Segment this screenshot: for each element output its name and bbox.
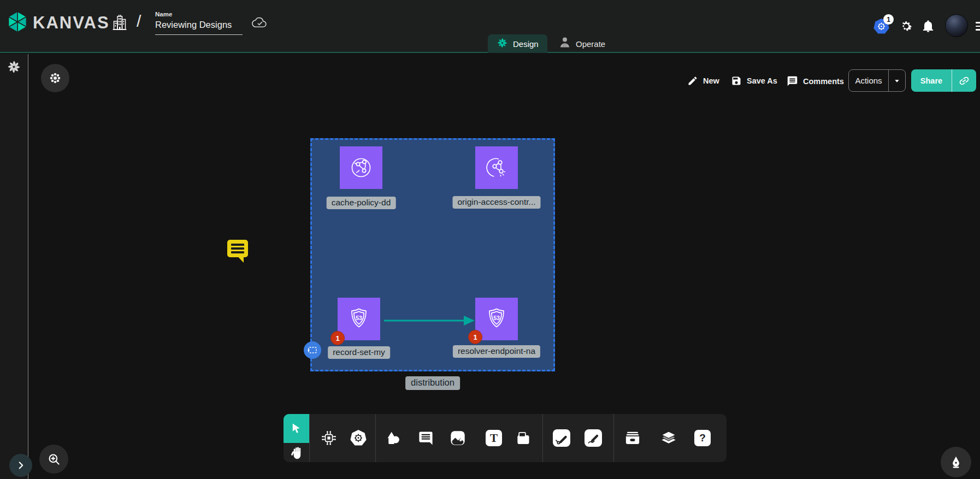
note-tool-button[interactable] [511, 414, 536, 462]
node-label[interactable]: resolver-endpoint-na [453, 345, 540, 358]
tab-operate[interactable]: Operate [550, 34, 614, 53]
image-icon [450, 430, 466, 446]
svg-text:53: 53 [493, 315, 500, 321]
cloudfront-origin-access-control-icon [483, 155, 510, 181]
shapes-tool-button[interactable] [380, 414, 405, 462]
cloudfront-cache-policy-icon [348, 155, 374, 181]
chip-icon [321, 430, 337, 446]
pencil-scribble-icon [584, 429, 603, 447]
chevron-right-icon [15, 459, 27, 471]
divider [542, 414, 543, 462]
svg-text:53: 53 [356, 315, 362, 321]
settings-gear-icon[interactable] [899, 19, 913, 36]
tab-design[interactable]: Design [488, 34, 547, 53]
comments-button-label: Comments [803, 77, 844, 86]
sidebar-meshery-icon[interactable] [7, 60, 21, 76]
bottom-toolbar: T [284, 414, 727, 462]
kanvas-logo-icon [7, 11, 28, 35]
canvas-comment-marker[interactable] [225, 238, 250, 265]
pen-tool-button[interactable] [549, 414, 574, 462]
operate-tab-label: Operate [576, 39, 605, 49]
node-origin-access-control[interactable] [475, 146, 518, 189]
share-button-label: Share [911, 76, 952, 85]
group-label[interactable]: distribution [405, 376, 460, 390]
route53-record-set-icon: 53 [346, 306, 371, 332]
copy-link-icon[interactable] [952, 75, 976, 87]
new-button-label: New [703, 76, 719, 85]
drawer-archive-icon [624, 430, 641, 446]
components-tool-button[interactable] [316, 414, 341, 462]
divider [309, 414, 310, 462]
distribution-group-node[interactable]: 53 53 cache-policy-dd origin-access-cont… [310, 138, 555, 371]
share-button[interactable]: Share [911, 69, 976, 92]
user-avatar[interactable] [945, 14, 968, 37]
shapes-icon [385, 430, 401, 446]
canvas-widgets-button[interactable] [41, 64, 69, 92]
select-tool-button[interactable] [284, 414, 309, 443]
divider [613, 414, 614, 462]
sidebar-expand-button[interactable] [9, 454, 32, 477]
comment-bubble-icon [418, 430, 434, 446]
notifications-bell-icon[interactable] [921, 19, 935, 36]
chevron-down-icon[interactable] [889, 76, 905, 86]
cursor-arrow-icon [290, 422, 303, 435]
left-sidebar [0, 54, 28, 479]
kubernetes-context-count-badge: 1 [883, 14, 894, 25]
save-icon [731, 75, 742, 86]
breadcrumb-separator: / [137, 12, 141, 31]
comments-button[interactable]: Comments [787, 75, 844, 87]
cloud-saved-icon [251, 16, 268, 31]
group-selection-handle[interactable] [303, 341, 322, 362]
app-header: KANVAS [0, 0, 980, 53]
error-count-badge[interactable]: 1 [330, 331, 345, 345]
freehand-draw-tool-button[interactable] [581, 414, 606, 462]
kubernetes-wheel-icon [350, 429, 367, 447]
sticky-note-icon [516, 430, 532, 446]
error-count-badge[interactable]: 1 [468, 330, 482, 344]
save-as-button-label: Save As [747, 76, 777, 85]
zoom-in-button[interactable] [39, 445, 68, 474]
design-tab-icon [497, 37, 508, 51]
layers-icon [660, 430, 677, 446]
text-tool-icon: T [486, 430, 502, 446]
magnifier-plus-icon [47, 452, 61, 466]
pen-path-icon [552, 429, 571, 447]
question-mark-icon: ? [694, 430, 711, 446]
pen-nib-icon [949, 455, 963, 469]
edge-record-set-to-resolver[interactable] [382, 313, 476, 328]
organization-icon[interactable] [111, 14, 128, 34]
drawer-tool-button[interactable] [620, 414, 645, 462]
node-label[interactable]: origin-access-contr... [453, 196, 541, 209]
pan-hand-tool-button[interactable] [286, 444, 308, 461]
kubernetes-tool-button[interactable] [346, 414, 371, 462]
pencil-icon [687, 75, 698, 86]
divider [375, 414, 376, 462]
new-button[interactable]: New [687, 75, 719, 86]
design-name-label: Name [155, 11, 243, 17]
node-label[interactable]: record-set-my [328, 346, 390, 359]
hand-icon [290, 446, 304, 460]
kanvas-logo[interactable]: KANVAS [7, 11, 110, 35]
image-tool-button[interactable] [445, 414, 470, 462]
operate-tab-icon [559, 37, 571, 51]
actions-button[interactable]: Actions [848, 69, 906, 92]
node-cache-policy[interactable] [340, 146, 382, 189]
layers-tool-button[interactable] [656, 414, 681, 462]
app-window: KANVAS [0, 0, 980, 479]
kubernetes-context-button[interactable]: 1 [873, 18, 898, 37]
whiteboarding-pen-button[interactable] [941, 447, 971, 477]
save-as-button[interactable]: Save As [731, 75, 777, 86]
comment-icon [787, 75, 798, 87]
design-name-field: Name [155, 11, 243, 35]
route53-resolver-endpoint-icon: 53 [484, 306, 509, 332]
menu-hamburger-icon[interactable] [976, 22, 980, 33]
comment-tool-button[interactable] [413, 414, 438, 462]
design-name-input[interactable] [155, 17, 243, 35]
kanvas-logo-text: KANVAS [33, 13, 110, 33]
node-record-set[interactable]: 53 [338, 298, 380, 340]
node-label[interactable]: cache-policy-dd [327, 197, 396, 209]
design-tab-label: Design [513, 39, 539, 49]
text-tool-button[interactable]: T [481, 414, 506, 462]
help-tool-button[interactable]: ? [690, 414, 715, 462]
flower-icon [49, 72, 62, 85]
